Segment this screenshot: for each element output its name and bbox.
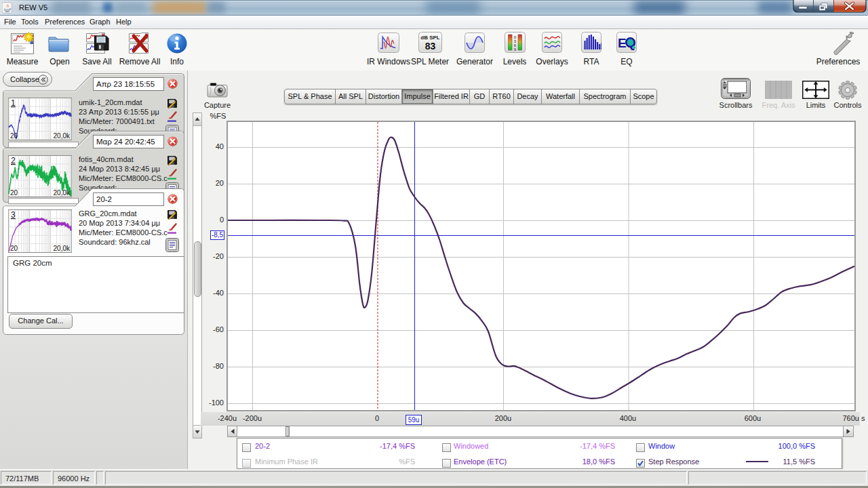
svg-text:20: 20 <box>10 245 18 252</box>
svg-text:1: 1 <box>11 98 16 108</box>
svg-text:83: 83 <box>425 41 436 52</box>
svg-text:3: 3 <box>11 210 16 220</box>
svg-text:20,0k: 20,0k <box>54 245 71 252</box>
svg-text:dB SPL: dB SPL <box>420 35 440 41</box>
svg-text:2: 2 <box>11 156 16 165</box>
